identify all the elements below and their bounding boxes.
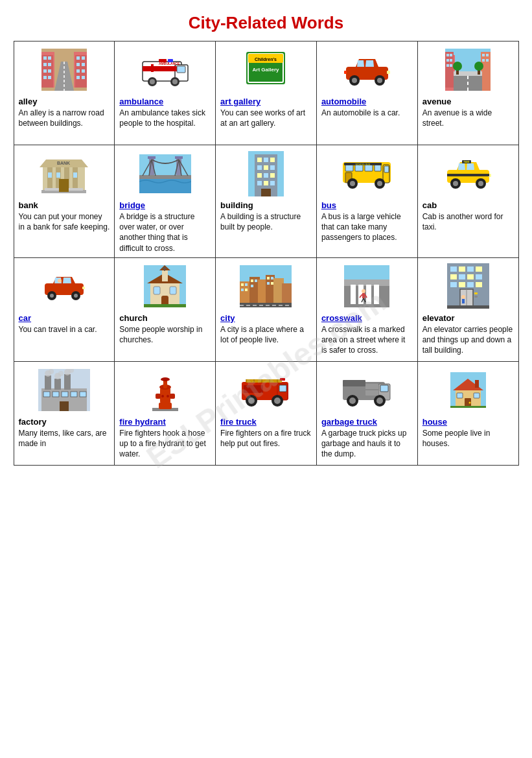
desc-car: You can travel in a car.	[19, 324, 97, 335]
desc-avenue: An avenue is a wide street.	[422, 108, 514, 128]
svg-rect-16	[76, 76, 80, 79]
word-alley: alley	[19, 97, 38, 106]
desc-art-gallery: You can see works of art at an art galle…	[220, 108, 312, 128]
cell-church: church Some people worship in churches.	[115, 258, 216, 362]
svg-text:TAXI: TAXI	[463, 160, 469, 163]
image-bridge	[119, 149, 211, 198]
svg-rect-251	[280, 378, 285, 381]
cell-bus: SCHOOL BUS bus A bus is a large vehicle …	[317, 145, 418, 258]
svg-rect-103	[270, 158, 275, 162]
svg-rect-57	[446, 59, 449, 62]
word-automobile[interactable]: automobile	[321, 97, 366, 106]
desc-fire-hydrant: Fire fighters hook a hose up to a fire h…	[119, 428, 211, 460]
svg-point-209	[461, 295, 465, 299]
svg-rect-61	[481, 52, 491, 91]
cell-building: building A building is a structure built…	[216, 145, 317, 258]
cell-bank: BANK bank You can put your money in a ba…	[14, 145, 115, 258]
svg-rect-110	[257, 181, 262, 185]
svg-rect-175	[267, 277, 270, 279]
svg-rect-55	[446, 54, 449, 56]
cell-art-gallery: Children's Art Gallery art gallery You c…	[216, 41, 317, 145]
svg-rect-59	[446, 64, 449, 67]
page: City-Related Words	[14, 13, 519, 466]
svg-rect-218	[64, 374, 71, 390]
svg-rect-201	[467, 274, 474, 279]
svg-rect-92	[139, 175, 191, 179]
image-alley	[19, 45, 110, 94]
svg-rect-211	[474, 292, 478, 294]
svg-marker-45	[365, 60, 374, 67]
svg-point-147	[74, 294, 78, 298]
svg-rect-2	[41, 55, 53, 88]
word-garbage-truck[interactable]: garbage truck	[321, 417, 377, 427]
image-cab: TAXI	[422, 149, 514, 198]
image-factory	[19, 366, 110, 414]
svg-rect-230	[60, 401, 69, 411]
svg-rect-177	[267, 282, 270, 285]
svg-rect-250	[244, 385, 263, 393]
svg-rect-271	[457, 393, 463, 398]
word-city[interactable]: city	[220, 313, 235, 323]
svg-rect-160	[144, 304, 186, 307]
word-art-gallery[interactable]: art gallery	[220, 97, 260, 106]
word-fire-truck[interactable]: fire truck	[220, 417, 257, 427]
svg-rect-17	[82, 56, 85, 60]
svg-marker-143	[63, 278, 71, 283]
image-fire-truck	[220, 366, 312, 414]
image-crosswalk	[321, 262, 413, 311]
svg-rect-212	[474, 296, 478, 298]
svg-rect-227	[62, 392, 68, 397]
svg-rect-205	[467, 282, 474, 287]
svg-point-137	[478, 181, 483, 186]
svg-point-47	[352, 78, 357, 83]
word-crosswalk[interactable]: crosswalk	[321, 313, 362, 323]
svg-rect-111	[264, 181, 268, 185]
word-car[interactable]: car	[19, 313, 32, 323]
image-elevator	[422, 262, 514, 311]
svg-point-35	[172, 79, 178, 84]
svg-rect-89	[148, 156, 156, 159]
word-bridge[interactable]: bridge	[119, 200, 145, 210]
svg-rect-18	[82, 63, 85, 66]
word-ambulance[interactable]: ambulance	[119, 97, 163, 106]
svg-rect-169	[245, 283, 248, 286]
word-avenue: avenue	[422, 97, 452, 106]
svg-rect-8	[48, 63, 51, 66]
svg-point-255	[274, 397, 281, 404]
svg-rect-273	[475, 380, 479, 388]
svg-rect-15	[76, 69, 80, 73]
svg-rect-202	[476, 274, 482, 279]
svg-rect-85	[73, 172, 77, 178]
svg-rect-50	[387, 71, 390, 74]
svg-rect-197	[467, 266, 474, 272]
svg-rect-225	[43, 392, 50, 397]
svg-rect-203	[450, 282, 457, 287]
svg-rect-105	[264, 165, 268, 170]
svg-rect-244	[246, 379, 282, 383]
word-bus[interactable]: bus	[321, 200, 336, 210]
svg-rect-198	[476, 266, 482, 272]
svg-rect-189	[362, 293, 365, 298]
svg-text:BANK: BANK	[57, 161, 70, 165]
svg-point-125	[377, 181, 382, 186]
svg-point-270	[468, 401, 470, 403]
svg-rect-104	[257, 165, 262, 170]
svg-rect-7	[48, 56, 51, 60]
svg-point-70	[453, 62, 462, 71]
desc-building: A building is a structure built by peopl…	[220, 211, 312, 232]
svg-rect-58	[450, 59, 452, 62]
cell-bridge: bridge A bridge is a structure over wate…	[115, 145, 216, 258]
svg-rect-101	[257, 158, 262, 162]
svg-rect-113	[261, 189, 271, 196]
word-fire-hydrant[interactable]: fire hydrant	[119, 417, 166, 427]
svg-rect-176	[271, 277, 273, 279]
word-house[interactable]: house	[422, 417, 447, 427]
svg-point-240	[167, 395, 169, 397]
svg-rect-184	[351, 285, 356, 304]
svg-rect-171	[245, 289, 248, 291]
desc-bus: A bus is a large vehicle that can take m…	[321, 211, 413, 243]
cell-city: city A city is a place where a lot of pe…	[216, 258, 317, 362]
svg-rect-272	[474, 393, 480, 398]
desc-fire-truck: Fire fighters on a fire truck help put o…	[220, 428, 312, 449]
cell-fire-hydrant: fire hydrant Fire fighters hook a hose u…	[115, 362, 216, 466]
